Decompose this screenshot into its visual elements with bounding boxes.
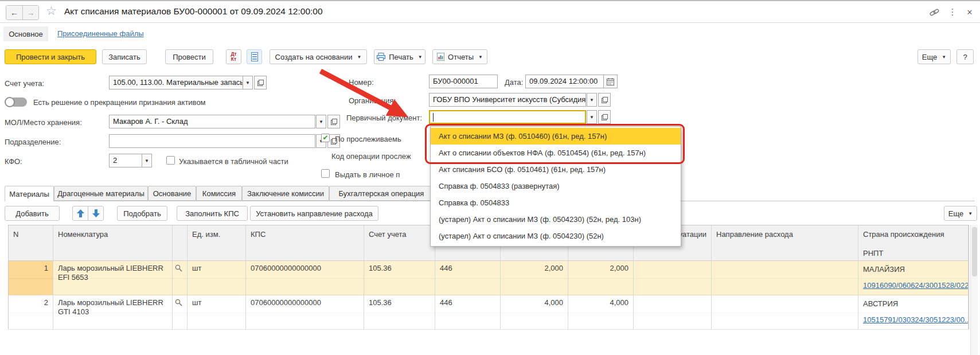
report-icon xyxy=(437,53,444,61)
personal-use-checkbox[interactable] xyxy=(321,169,330,178)
tab-commission-conclusion[interactable]: Заключение комиссии xyxy=(242,186,329,201)
reports-label: Отчеты xyxy=(448,53,474,61)
fill-kps-button[interactable]: Заполнить КПС xyxy=(177,206,248,221)
tab-basis[interactable]: Основание xyxy=(148,186,196,201)
scrollbar-thumb[interactable] xyxy=(972,227,977,276)
personal-use-label: Выдать в личное п xyxy=(335,170,400,179)
kfo-tabular-checkbox[interactable] xyxy=(166,156,175,165)
move-up-button[interactable] xyxy=(72,206,88,221)
column-header-unit: Ед. изм. xyxy=(188,225,246,246)
mol-field[interactable]: Макаров А. Г. - Склад xyxy=(109,115,315,128)
move-down-button[interactable] xyxy=(88,206,104,221)
dropdown-item[interactable]: Справка ф. 0504833 (развернутая) xyxy=(431,178,681,194)
arrow-down-icon xyxy=(92,209,100,217)
subheader-cell xyxy=(246,246,364,260)
column-header-n: N xyxy=(9,225,53,246)
annotation-highlight-box xyxy=(425,124,685,164)
close-icon[interactable]: ✕ xyxy=(963,6,976,18)
tab-precious-materials[interactable]: Драгоценные материалы xyxy=(54,186,148,201)
tab-accounting-operation[interactable]: Бухгалтерская операция xyxy=(329,186,434,201)
post-button[interactable]: Провести xyxy=(165,49,213,64)
traceable-label: По прослеживаемь xyxy=(335,135,401,143)
save-button[interactable]: Записать xyxy=(102,49,147,64)
pick-button[interactable]: Подобрать xyxy=(117,206,167,221)
title-bar: ← → ☆ Акт списания материалов БУ00-00000… xyxy=(0,1,980,23)
printer-icon xyxy=(377,53,385,61)
tab-commission[interactable]: Комиссия xyxy=(196,186,242,201)
kfo-tabular-label: Указывается в табличной части xyxy=(179,157,288,166)
document-window: ← → ☆ Акт списания материалов БУ00-00000… xyxy=(0,0,980,355)
more-label: Еще xyxy=(922,53,937,61)
subheader-cell xyxy=(9,246,53,260)
more-button[interactable]: Еще ▼ xyxy=(917,49,951,64)
favorite-star-icon[interactable]: ☆ xyxy=(46,4,57,18)
table-subheader-row: РНПТ xyxy=(9,246,969,261)
row-subdivider xyxy=(9,313,969,313)
print-button[interactable]: Печать ▼ xyxy=(374,49,425,64)
chevron-down-icon: ▼ xyxy=(968,211,973,216)
post-and-close-button[interactable]: Провести и закрыть xyxy=(5,49,96,64)
help-button[interactable]: ? xyxy=(956,49,974,64)
copy-link-icon[interactable] xyxy=(928,6,940,18)
subheader-cell xyxy=(364,246,435,260)
traceable-checkbox[interactable]: ✔ xyxy=(321,134,330,142)
page-title: Акт списания материалов БУ00-000001 от 0… xyxy=(64,6,323,17)
organization-field[interactable]: ГОБУ ВПО Университет искусств (Субсидия) xyxy=(429,93,586,107)
subheader-cell xyxy=(53,246,173,260)
organization-open-button[interactable] xyxy=(598,93,611,107)
chevron-down-icon: ▼ xyxy=(418,54,423,60)
date-calendar-button[interactable] xyxy=(603,75,618,88)
column-header-kps: КПС xyxy=(246,225,364,246)
chevron-down-icon: ▼ xyxy=(145,158,149,163)
arrow-up-icon xyxy=(77,209,84,217)
recognition-toggle[interactable] xyxy=(5,97,28,107)
department-field[interactable] xyxy=(109,134,315,148)
organization-dropdown-button[interactable]: ▼ xyxy=(587,93,597,107)
primary-doc-dropdown-button[interactable]: ▼ xyxy=(587,110,597,124)
recognition-toggle-label: Есть решение о прекращении признания акт… xyxy=(33,98,206,107)
vertical-scrollbar[interactable] xyxy=(970,225,978,355)
reports-button[interactable]: Отчеты ▼ xyxy=(432,49,487,64)
magnifier-icon xyxy=(175,299,186,306)
kfo-field[interactable]: 2 xyxy=(109,154,142,167)
table-more-label: Еще xyxy=(948,209,963,218)
more-menu-icon[interactable]: ⋮ xyxy=(946,6,959,18)
forward-button[interactable]: → xyxy=(22,6,38,19)
row-subdivider xyxy=(9,278,969,279)
chevron-down-icon: ▼ xyxy=(357,54,361,60)
dropdown-item[interactable]: (устарел) Акт о списании МЗ (ф. 0504230)… xyxy=(431,211,681,228)
rnpt-link[interactable]: 10515791/030324/3051223/00... xyxy=(863,315,968,324)
subheader-cell xyxy=(568,246,634,260)
create-based-on-button[interactable]: Создать на основании ▼ xyxy=(270,49,367,64)
link-attached-files[interactable]: Присоединенные файлы xyxy=(57,29,144,38)
annotation-arrow xyxy=(313,65,413,126)
table-more-button[interactable]: Еще ▼ xyxy=(944,206,977,221)
history-nav-group: ← → xyxy=(6,5,39,20)
back-button[interactable]: ← xyxy=(6,6,22,19)
chevron-down-icon: ▼ xyxy=(245,80,250,85)
set-expense-direction-button[interactable]: Установить направление расхода xyxy=(250,206,378,221)
dt-kt-button[interactable]: ДтКт xyxy=(226,49,241,64)
subheader-cell xyxy=(188,246,246,260)
account-open-button[interactable] xyxy=(254,76,267,89)
tab-materials[interactable]: Материалы xyxy=(5,186,54,201)
account-dropdown-button[interactable]: ▼ xyxy=(243,76,253,89)
dt-kt-icon: ДтКт xyxy=(231,52,236,62)
tab-main[interactable]: Основное xyxy=(3,26,48,41)
add-button[interactable]: Добавить xyxy=(5,206,60,221)
dropdown-item[interactable]: (устарел) Акт о списании МЗ (ф. 0504230)… xyxy=(431,228,681,244)
primary-doc-field[interactable] xyxy=(429,110,586,124)
open-icon xyxy=(602,97,608,103)
kfo-dropdown-button[interactable]: ▼ xyxy=(142,154,152,167)
magnifier-icon xyxy=(175,264,186,272)
number-field[interactable]: БУ00-000001 xyxy=(429,75,498,88)
dropdown-item[interactable]: Справка ф. 0504833 xyxy=(431,194,681,211)
date-field[interactable]: 09.09.2024 12:00:00 xyxy=(525,75,604,88)
account-field[interactable]: 105.00, 113.00. Материальные запасы, Би xyxy=(109,76,243,89)
primary-doc-open-button[interactable] xyxy=(598,110,611,124)
subheader-cell xyxy=(712,246,858,260)
subheader-cell xyxy=(435,246,501,260)
rnpt-link[interactable]: 10916090/060624/3001528/022 xyxy=(863,281,968,290)
column-header-country: Страна происхождения xyxy=(858,225,969,246)
register-button[interactable] xyxy=(247,49,262,64)
